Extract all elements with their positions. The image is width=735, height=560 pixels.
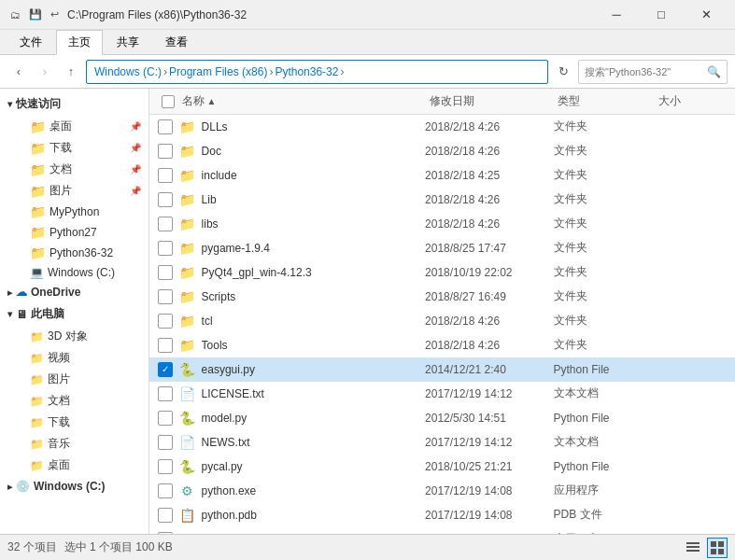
maximize-button[interactable]: □: [640, 0, 683, 30]
table-row[interactable]: 📋 python.pdb 2017/12/19 14:08 PDB 文件: [149, 503, 735, 527]
file-date: 2018/2/18 4:26: [425, 217, 553, 231]
sidebar-item-doc2[interactable]: 📁 文档: [22, 390, 148, 412]
path-python[interactable]: Python36-32: [275, 65, 338, 78]
address-path[interactable]: Windows (C:) › Program Files (x86) › Pyt…: [86, 60, 548, 84]
sidebar-item-mypython[interactable]: 📁 MyPython: [22, 202, 148, 222]
table-row[interactable]: 📄 LICENSE.txt 2017/12/19 14:12 文本文档: [149, 382, 735, 406]
file-name: libs: [202, 217, 426, 231]
sidebar-item-desk2[interactable]: 📁 桌面: [22, 455, 148, 476]
row-checkbox[interactable]: [158, 119, 173, 134]
table-row[interactable]: 📁 Scripts 2018/8/27 16:49 文件夹: [149, 285, 735, 309]
table-row[interactable]: 📄 NEWS.txt 2017/12/19 14:12 文本文档: [149, 430, 735, 455]
sidebar-item-pic2[interactable]: 📁 图片: [22, 369, 148, 390]
table-row[interactable]: 📁 PyQt4_gpl_win-4.12.3 2018/10/19 22:02 …: [149, 260, 735, 285]
sidebar-item-python36[interactable]: 📁 Python36-32: [22, 243, 148, 263]
row-checkbox[interactable]: [158, 265, 173, 280]
row-checkbox[interactable]: [158, 192, 173, 207]
table-row[interactable]: 📁 include 2018/2/18 4:25 文件夹: [149, 163, 735, 188]
sidebar-thispc[interactable]: ▾ 🖥 此电脑: [0, 302, 148, 326]
undo-icon: ↩: [47, 7, 62, 22]
table-row[interactable]: 🐍 pycal.py 2018/10/25 21:21 Python File: [149, 455, 735, 479]
up-button[interactable]: ↑: [60, 61, 82, 83]
file-type: Python File: [554, 363, 655, 376]
pin-icon: 📌: [130, 121, 141, 132]
search-input[interactable]: [585, 66, 703, 77]
sidebar-item-downloads[interactable]: 📁 下载 📌: [22, 137, 148, 159]
row-checkbox[interactable]: [158, 144, 173, 159]
sidebar-label-python27: Python27: [49, 226, 97, 239]
sidebar-item-3d[interactable]: 📁 3D 对象: [22, 326, 148, 347]
row-checkbox-col: [157, 314, 179, 329]
table-row[interactable]: 📁 libs 2018/2/18 4:26 文件夹: [149, 212, 735, 236]
search-box[interactable]: 🔍: [578, 60, 728, 84]
sidebar-label-music: 音乐: [48, 436, 70, 452]
file-name: Doc: [202, 145, 426, 158]
file-type: 文件夹: [554, 288, 655, 304]
window-icon: 🗂: [7, 7, 22, 22]
row-checkbox-col: [157, 483, 179, 498]
row-checkbox[interactable]: [158, 241, 173, 256]
row-checkbox[interactable]: [158, 411, 173, 426]
row-checkbox[interactable]: [158, 483, 173, 498]
row-checkbox[interactable]: [158, 508, 173, 523]
select-all-checkbox[interactable]: [162, 95, 175, 108]
tab-home[interactable]: 主页: [56, 30, 103, 55]
file-date: 2014/12/21 2:40: [425, 363, 553, 376]
tab-file[interactable]: 文件: [7, 30, 54, 54]
table-row[interactable]: 📁 DLLs 2018/2/18 4:26 文件夹: [149, 115, 735, 139]
table-row[interactable]: 📁 pygame-1.9.4 2018/8/25 17:47 文件夹: [149, 236, 735, 260]
col-header-name[interactable]: 名称 ▲: [178, 89, 425, 114]
sidebar-quick-access[interactable]: ▾ 快速访问: [0, 92, 148, 116]
row-checkbox[interactable]: [158, 435, 173, 450]
row-checkbox[interactable]: [158, 289, 173, 304]
sidebar-item-documents[interactable]: 📁 文档 📌: [22, 159, 148, 180]
row-checkbox[interactable]: [158, 217, 173, 231]
table-row[interactable]: 📁 tcl 2018/2/18 4:26 文件夹: [149, 309, 735, 333]
table-row[interactable]: 📁 Tools 2018/2/18 4:26 文件夹: [149, 333, 735, 357]
col-header-type[interactable]: 类型: [554, 89, 655, 114]
forward-button[interactable]: ›: [34, 61, 56, 83]
row-checkbox[interactable]: ✓: [158, 362, 173, 377]
sidebar-item-dl2[interactable]: 📁 下载: [22, 412, 148, 433]
file-date: 2012/5/30 14:51: [425, 412, 553, 425]
file-type: Python File: [554, 460, 655, 473]
table-row[interactable]: 🐍 model.py 2012/5/30 14:51 Python File: [149, 406, 735, 430]
table-row[interactable]: 📁 Doc 2018/2/18 4:26 文件夹: [149, 139, 735, 163]
tab-share[interactable]: 共享: [105, 30, 151, 54]
back-button[interactable]: ‹: [7, 61, 30, 83]
details-view-button[interactable]: [683, 538, 703, 558]
large-icons-view-button[interactable]: [707, 538, 728, 558]
sidebar-item-desktop[interactable]: 📁 桌面 📌: [22, 116, 148, 137]
table-row[interactable]: ⚙ python_d.exe 2017/12/19 14:11 应用程序: [149, 527, 735, 534]
close-button[interactable]: ✕: [685, 0, 728, 30]
row-checkbox[interactable]: [158, 459, 173, 474]
title-bar-quick-icons: 💾 ↩: [28, 7, 62, 22]
table-row[interactable]: ✓ 🐍 easygui.py 2014/12/21 2:40 Python Fi…: [149, 357, 735, 382]
path-programfiles[interactable]: Program Files (x86): [169, 65, 267, 78]
col-header-size[interactable]: 大小: [655, 89, 728, 114]
sidebar-item-python27[interactable]: 📁 Python27: [22, 222, 148, 243]
file-date: 2018/10/19 22:02: [425, 266, 553, 279]
col-header-date[interactable]: 修改日期: [426, 89, 554, 114]
file-type: 文本文档: [554, 385, 655, 401]
refresh-button[interactable]: ↻: [552, 61, 574, 83]
svg-rect-4: [718, 541, 724, 547]
table-row[interactable]: ⚙ python.exe 2017/12/19 14:08 应用程序: [149, 479, 735, 503]
sidebar-label-desktop: 桌面: [49, 119, 72, 134]
row-checkbox[interactable]: [158, 386, 173, 401]
path-windows[interactable]: Windows (C:): [94, 65, 162, 78]
sidebar-item-music[interactable]: 📁 音乐: [22, 433, 148, 455]
tab-view[interactable]: 查看: [153, 30, 200, 54]
row-checkbox[interactable]: [158, 338, 173, 353]
sidebar-item-winc[interactable]: 💻 Windows (C:): [22, 263, 148, 282]
sidebar-item-pictures[interactable]: 📁 图片 📌: [22, 180, 148, 202]
sidebar-winc-drive[interactable]: ▸ 💿 Windows (C:): [0, 476, 148, 497]
sidebar-item-video[interactable]: 📁 视频: [22, 347, 148, 369]
row-checkbox[interactable]: [158, 168, 173, 183]
minimize-button[interactable]: ─: [595, 0, 638, 30]
row-checkbox[interactable]: [158, 314, 173, 329]
file-icon: 📁: [179, 240, 196, 257]
header-checkbox[interactable]: [157, 95, 178, 108]
table-row[interactable]: 📁 Lib 2018/2/18 4:26 文件夹: [149, 188, 735, 212]
sidebar-onedrive[interactable]: ▸ ☁ OneDrive: [0, 282, 148, 302]
